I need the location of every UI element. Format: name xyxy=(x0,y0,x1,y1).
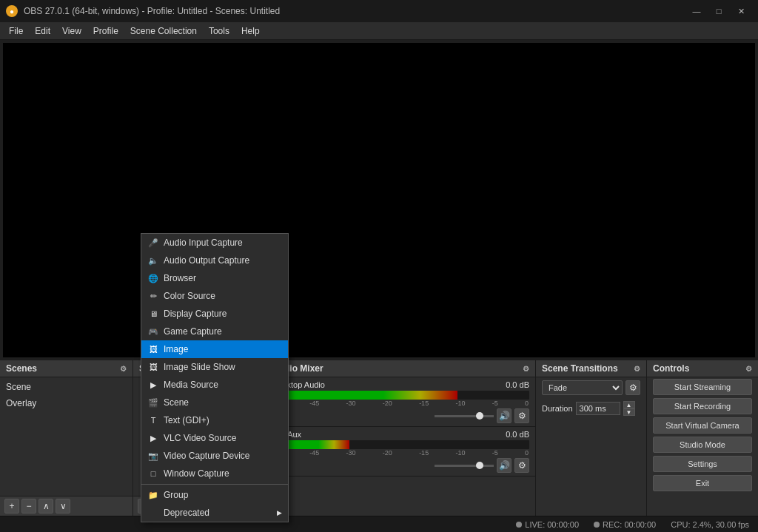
ctx-item-image[interactable]: 🖼Image xyxy=(141,340,288,358)
duration-spinner: ▲ ▼ xyxy=(623,401,635,416)
mic-aux-controls: 🔊 ⚙ xyxy=(272,458,529,473)
ctx-label-window-capture: Window Capture xyxy=(164,468,282,479)
rec-status: REC: 00:00:00 xyxy=(594,520,656,529)
title-bar-left: ● OBS 27.0.1 (64-bit, windows) - Profile… xyxy=(6,5,280,17)
ctx-item-browser[interactable]: 🌐Browser xyxy=(141,269,288,287)
ctx-icon-video-capture: 📷 xyxy=(147,450,159,462)
window-controls: — □ ✕ xyxy=(685,3,752,19)
transitions-header-icon: ⚙ xyxy=(634,365,640,373)
transitions-panel: Scene Transitions ⚙ Fade Cut Move ⚙ Dura… xyxy=(536,360,647,516)
ctx-icon-color-source: ✏ xyxy=(147,290,159,302)
mic-aux-meter xyxy=(272,440,529,449)
minimize-button[interactable]: — xyxy=(685,3,708,19)
ctx-item-audio-input[interactable]: 🎤Audio Input Capture xyxy=(141,234,288,252)
cpu-info: CPU: 2.4%, 30.00 fps xyxy=(671,520,749,529)
title-text: OBS 27.0.1 (64-bit, windows) - Profile: … xyxy=(24,6,280,16)
scenes-add-button[interactable]: + xyxy=(4,499,19,514)
desktop-audio-slider[interactable] xyxy=(435,415,494,417)
ctx-item-group[interactable]: 📁Group xyxy=(141,486,288,504)
ctx-item-color-source[interactable]: ✏Color Source xyxy=(141,287,288,305)
preview-canvas xyxy=(3,43,755,357)
mic-aux-thumb xyxy=(476,462,483,469)
maximize-button[interactable]: □ xyxy=(708,3,730,19)
ctx-label-audio-input: Audio Input Capture xyxy=(164,238,282,248)
ctx-icon-audio-input: 🎤 xyxy=(147,237,159,249)
transition-settings-btn[interactable]: ⚙ xyxy=(625,380,640,395)
ctx-item-deprecated[interactable]: Deprecated▶ xyxy=(141,504,288,522)
ctx-label-image: Image xyxy=(164,344,282,354)
menu-item-tools[interactable]: Tools xyxy=(203,24,235,38)
exit-button[interactable]: Exit xyxy=(653,475,752,491)
desktop-audio-bar xyxy=(272,391,457,400)
duration-down[interactable]: ▼ xyxy=(623,408,635,416)
mic-aux-mute[interactable]: 🔊 xyxy=(497,458,512,473)
mic-aux-settings[interactable]: ⚙ xyxy=(514,458,529,473)
menu-item-profile[interactable]: Profile xyxy=(87,24,124,38)
mixer-header: Audio Mixer ⚙ xyxy=(266,360,535,377)
mic-aux-slider[interactable] xyxy=(435,465,494,467)
ctx-icon-vlc-video: ▶ xyxy=(147,432,159,444)
scene-item[interactable]: Scene xyxy=(0,379,133,395)
ctx-item-media-source[interactable]: ▶Media Source xyxy=(141,376,288,394)
ctx-item-window-capture[interactable]: □Window Capture xyxy=(141,465,288,482)
duration-row: Duration ▲ ▼ xyxy=(536,398,646,419)
live-indicator xyxy=(516,522,522,528)
controls-header: Controls ⚙ xyxy=(647,360,758,377)
ctx-icon-image: 🖼 xyxy=(147,343,159,355)
ctx-icon-text-gdi: T xyxy=(147,414,159,426)
settings-button[interactable]: Settings xyxy=(653,456,752,472)
ctx-label-game-capture: Game Capture xyxy=(164,326,282,337)
context-menu: 🎤Audio Input Capture🔈Audio Output Captur… xyxy=(141,233,289,522)
duration-input[interactable] xyxy=(576,402,620,415)
scenes-down-button[interactable]: ∨ xyxy=(56,499,70,514)
menu-item-help[interactable]: Help xyxy=(235,24,266,38)
transitions-header: Scene Transitions ⚙ xyxy=(536,360,646,377)
duration-up[interactable]: ▲ xyxy=(623,401,635,408)
studio-mode-button[interactable]: Studio Mode xyxy=(653,437,752,453)
start-streaming-button[interactable]: Start Streaming xyxy=(653,379,752,395)
transition-type-select[interactable]: Fade Cut Move xyxy=(542,380,623,395)
context-menu-separator xyxy=(141,484,288,485)
desktop-audio-settings[interactable]: ⚙ xyxy=(514,408,529,423)
desktop-audio-thumb xyxy=(476,412,483,420)
scenes-remove-button[interactable]: − xyxy=(21,499,36,514)
menu-bar: FileEditViewProfileScene CollectionTools… xyxy=(0,22,758,40)
preview-center: Scenes ⚙ SceneOverlay + − ∧ ∨ Sources ⚙ xyxy=(0,40,758,516)
ctx-icon-group: 📁 xyxy=(147,489,159,501)
ctx-label-deprecated: Deprecated xyxy=(164,508,272,518)
scenes-up-button[interactable]: ∧ xyxy=(38,499,53,514)
menu-item-file[interactable]: File xyxy=(3,24,29,38)
ctx-item-vlc-video[interactable]: ▶VLC Video Source xyxy=(141,429,288,447)
meter-labels: -60-45-30-20-15-10-50 xyxy=(272,400,529,407)
live-status: LIVE: 00:00:00 xyxy=(516,520,579,529)
ctx-item-scene[interactable]: 🎬Scene xyxy=(141,394,288,411)
ctx-item-audio-output[interactable]: 🔈Audio Output Capture xyxy=(141,252,288,269)
ctx-item-display-capture[interactable]: 🖥Display Capture xyxy=(141,305,288,323)
start-virtual-camera-button[interactable]: Start Virtual Camera xyxy=(653,417,752,434)
app-icon: ● xyxy=(6,5,18,17)
close-button[interactable]: ✕ xyxy=(730,3,752,19)
ctx-item-video-capture[interactable]: 📷Video Capture Device xyxy=(141,447,288,465)
ctx-item-image-slideshow[interactable]: 🖼Image Slide Show xyxy=(141,358,288,376)
ctx-label-display-capture: Display Capture xyxy=(164,309,282,319)
scenes-footer: + − ∧ ∨ xyxy=(0,496,133,516)
transitions-title: Scene Transitions xyxy=(542,363,618,374)
ctx-item-game-capture[interactable]: 🎮Game Capture xyxy=(141,323,288,340)
menu-item-scene-collection[interactable]: Scene Collection xyxy=(124,24,203,38)
desktop-audio-mute[interactable]: 🔊 xyxy=(497,408,512,423)
rec-indicator xyxy=(594,522,600,528)
desktop-audio-controls: 🔊 ⚙ xyxy=(272,408,529,423)
ctx-item-text-gdi[interactable]: TText (GDI+) xyxy=(141,411,288,429)
scenes-panel: Scenes ⚙ SceneOverlay + − ∧ ∨ xyxy=(0,360,133,516)
menu-item-edit[interactable]: Edit xyxy=(29,24,56,38)
ctx-label-browser: Browser xyxy=(164,273,282,283)
duration-label: Duration xyxy=(542,404,573,413)
scene-item[interactable]: Overlay xyxy=(0,395,133,411)
ctx-label-scene: Scene xyxy=(164,397,282,408)
menu-item-view[interactable]: View xyxy=(56,24,87,38)
ctx-icon-media-source: ▶ xyxy=(147,379,159,391)
scenes-title: Scenes xyxy=(6,363,37,374)
start-recording-button[interactable]: Start Recording xyxy=(653,398,752,414)
mic-aux-header: Mic/Aux 0.0 dB xyxy=(272,430,529,439)
scenes-header-icon: ⚙ xyxy=(120,365,127,373)
